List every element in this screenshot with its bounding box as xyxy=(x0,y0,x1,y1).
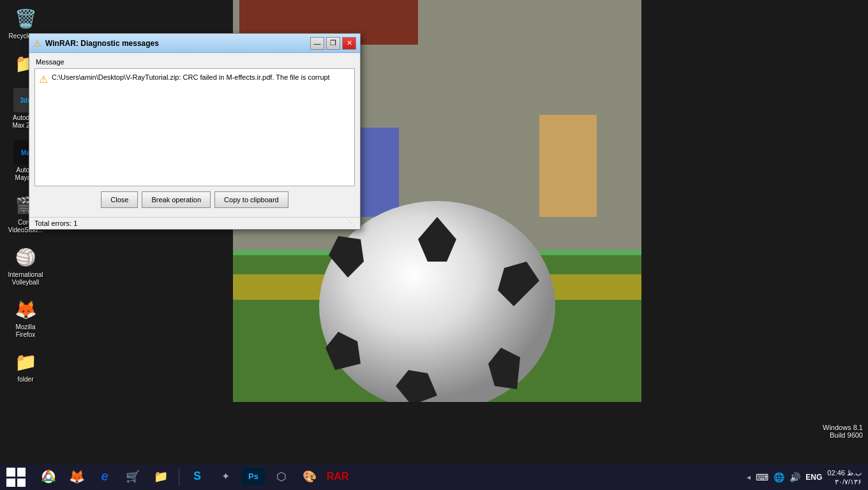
taskbar-chrome[interactable] xyxy=(36,464,61,490)
windows-info: Windows 8.1 Build 9600 xyxy=(823,424,863,439)
break-operation-button[interactable]: Break operation xyxy=(142,191,211,208)
windows-build: Build 9600 xyxy=(823,431,863,439)
folder-taskbar-icon: 📁 xyxy=(154,470,168,484)
winrar-dialog: ⚠ WinRAR: Diagnostic messages — ❐ ✕ Mess… xyxy=(29,33,361,230)
taskbar-ie[interactable]: e xyxy=(92,464,117,490)
folder-bottom-label: folder xyxy=(17,376,33,383)
desktop-icon-volleyball[interactable]: 🏐 InternationalVolleyball xyxy=(3,242,48,289)
dialog-restore-button[interactable]: ❐ xyxy=(326,37,340,50)
start-button[interactable] xyxy=(0,464,32,490)
taskbar-skype[interactable]: S xyxy=(184,464,210,490)
volleyball-icon: 🏐 xyxy=(15,248,36,267)
dialog-status: Total errors: 1 ⋱ xyxy=(29,217,360,229)
dialog-title-left: ⚠ WinRAR: Diagnostic messages xyxy=(33,38,159,48)
warn-icon: ⚠ xyxy=(39,73,48,85)
store-icon: 🛒 xyxy=(126,470,140,484)
dialog-close-x-button[interactable]: ✕ xyxy=(342,37,356,50)
windows-version: Windows 8.1 xyxy=(823,424,863,431)
taskbar-apps: 🦊 e 🛒 📁 S ✦ Ps ⬡ 🎨 RAR xyxy=(36,464,747,490)
swiftfox-icon: ✦ xyxy=(221,470,230,482)
taskbar: 🦊 e 🛒 📁 S ✦ Ps ⬡ 🎨 RAR ◂ xyxy=(0,464,868,490)
firefox-label: MozillaFirefox xyxy=(15,323,35,339)
winrar-taskbar-icon: RAR xyxy=(327,471,349,482)
total-errors-text: Total errors: 1 xyxy=(34,219,77,227)
taskbar-winrar[interactable]: RAR xyxy=(325,464,350,490)
taskbar-store[interactable]: 🛒 xyxy=(120,464,146,490)
close-button[interactable]: Close xyxy=(101,191,138,208)
copy-clipboard-button[interactable]: Copy to clipboard xyxy=(214,191,288,208)
clock-date: ۳۰/۷/۱۳۶ xyxy=(827,477,862,486)
desktop-icon-firefox[interactable]: 🦊 MozillaFirefox xyxy=(3,294,48,341)
dialog-minimize-button[interactable]: — xyxy=(310,37,324,50)
system-clock[interactable]: 02:46 ب.ظ ۳۰/۷/۱۳۶ xyxy=(827,468,862,487)
firefox-taskbar-icon: 🦊 xyxy=(69,469,85,484)
taskbar-firefox[interactable]: 🦊 xyxy=(64,464,89,490)
chrome-icon xyxy=(41,470,56,484)
status-grip: ⋱ xyxy=(348,220,355,227)
taskbar-folder[interactable]: 📁 xyxy=(148,464,174,490)
taskbar-tray: ◂ ⌨ 🌐 🔊 ENG 02:46 ب.ظ ۳۰/۷/۱۳۶ xyxy=(747,468,868,487)
win8-start-icon xyxy=(6,468,26,487)
clock-time: 02:46 ب.ظ xyxy=(827,468,862,477)
language-indicator[interactable]: ENG xyxy=(805,473,822,482)
dialog-title-buttons: — ❐ ✕ xyxy=(310,37,356,50)
folder-bottom-icon: 📁 xyxy=(15,352,37,373)
dialog-title-icon: ⚠ xyxy=(33,38,41,48)
svg-point-9 xyxy=(47,474,51,479)
tray-expand-icon[interactable]: ◂ xyxy=(747,473,751,482)
taskbar-paint[interactable]: 🎨 xyxy=(297,464,322,490)
message-area[interactable]: ⚠ C:\Users\amin\Desktop\V-RayTutorial.zi… xyxy=(34,68,355,186)
message-text: C:\Users\amin\Desktop\V-RayTutorial.zip:… xyxy=(52,73,330,82)
ie-icon: e xyxy=(101,469,108,484)
taskbar-swiftfox[interactable]: ✦ xyxy=(213,464,238,490)
taskbar-ps[interactable]: Ps xyxy=(241,464,266,490)
taskbar-3d[interactable]: ⬡ xyxy=(269,464,294,490)
dialog-buttons: Close Break operation Copy to clipboard xyxy=(34,191,355,208)
app3d-icon: ⬡ xyxy=(276,470,287,484)
photoshop-icon: Ps xyxy=(242,468,265,486)
skype-icon: S xyxy=(193,470,201,483)
recycle-bin-icon: 🗑️ xyxy=(15,8,37,29)
firefox-icon: 🦊 xyxy=(15,299,37,320)
desktop-icon-folder-bottom[interactable]: 📁 folder xyxy=(3,346,48,386)
dialog-title-text: WinRAR: Diagnostic messages xyxy=(45,39,159,48)
desktop: 🗑️ Recycle Bin 📁 3ds Autode...Max 20... … xyxy=(0,0,868,466)
dialog-body: Message ⚠ C:\Users\amin\Desktop\V-RayTut… xyxy=(29,53,360,217)
dialog-titlebar: ⚠ WinRAR: Diagnostic messages — ❐ ✕ xyxy=(29,34,360,53)
volleyball-label: InternationalVolleyball xyxy=(8,271,43,286)
paint-icon: 🎨 xyxy=(303,470,317,484)
volume-tray-icon[interactable]: 🔊 xyxy=(789,472,800,482)
keyboard-tray-icon[interactable]: ⌨ xyxy=(756,472,768,482)
message-label: Message xyxy=(34,58,355,66)
network-tray-icon[interactable]: 🌐 xyxy=(774,472,784,482)
taskbar-divider xyxy=(179,468,179,486)
message-row: ⚠ C:\Users\amin\Desktop\V-RayTutorial.zi… xyxy=(39,73,350,85)
